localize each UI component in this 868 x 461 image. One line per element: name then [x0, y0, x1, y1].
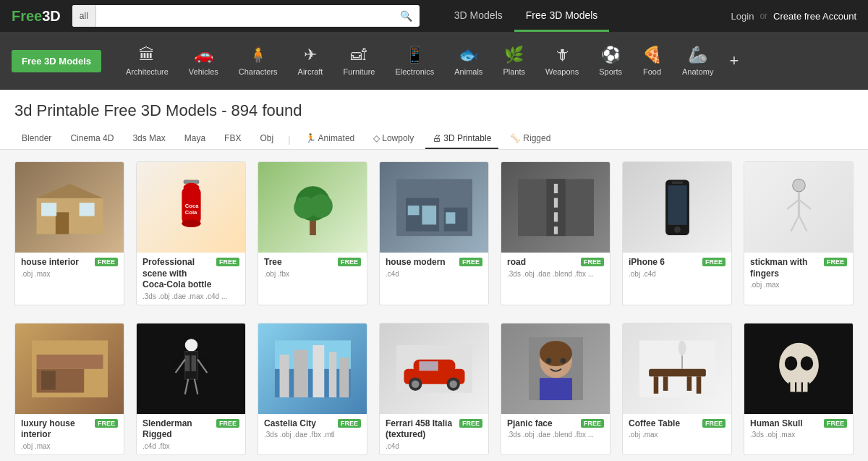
model-name-row: house modern FREE [386, 257, 482, 268]
model-name: Pjanic face [507, 418, 578, 430]
model-name-row: house interior FREE [21, 257, 118, 268]
model-info: Human Skull FREE .3ds .obj .max [744, 414, 853, 444]
model-card-cocacola[interactable]: Coca Cola Professional scene with Coca-C… [136, 161, 246, 305]
cat-animals[interactable]: 🐟 Animals [447, 46, 490, 76]
model-name-row: iPhone 6 FREE [629, 257, 726, 268]
model-card-house-modern[interactable]: house modern FREE .c4d [379, 161, 489, 305]
model-formats: .obj .max [629, 431, 726, 439]
model-card-stickman[interactable]: stickman with fingers FREE .obj .max [744, 161, 854, 305]
more-categories-button[interactable]: + [729, 51, 739, 70]
thumb-illustration [153, 337, 229, 401]
filter-cinema4d[interactable]: Cinema 4D [63, 129, 121, 149]
model-name-row: luxury house interior FREE [21, 418, 118, 441]
model-thumb: Coca Cola [137, 162, 245, 253]
svg-rect-73 [653, 376, 658, 394]
svg-rect-68 [540, 378, 572, 400]
model-name-row: Ferrari 458 Italia (textured) FREE [386, 418, 482, 441]
model-card-pjanic[interactable]: Pjanic face FREE .3ds .obj .dae .blend .… [501, 323, 610, 455]
cat-anatomy-label: Anatomy [682, 67, 713, 76]
cat-architecture[interactable]: 🏛 Architecture [119, 46, 176, 76]
food-icon: 🍕 [642, 46, 662, 64]
model-card-ferrari[interactable]: Ferrari 458 Italia (textured) FREE .c4d [379, 323, 489, 455]
svg-point-63 [449, 380, 457, 388]
svg-rect-28 [668, 185, 686, 225]
furniture-icon: 🛋 [351, 46, 367, 64]
model-card-tree[interactable]: Tree FREE .obj .fbx [258, 161, 367, 305]
cat-plants-label: Plants [503, 67, 525, 76]
top-nav: Free3D all 🔍 3D Models Free 3D Models Lo… [0, 0, 868, 32]
thumb-illustration [275, 176, 351, 240]
model-card-iphone6[interactable]: iPhone 6 FREE .obj .c4d [622, 161, 732, 305]
model-card-luxury[interactable]: luxury house interior FREE .obj .max [14, 323, 124, 455]
model-card-house-interior[interactable]: house interior FREE .obj .max [14, 161, 124, 305]
search-button[interactable]: 🔍 [393, 10, 420, 22]
anatomy-icon: 🦾 [688, 46, 707, 64]
svg-rect-23 [553, 184, 557, 193]
cat-sports[interactable]: ⚽ Sports [592, 46, 629, 76]
free-badge: FREE [338, 419, 361, 428]
cat-characters[interactable]: 🧍 Characters [231, 46, 285, 76]
model-info: Ferrari 458 Italia (textured) FREE .c4d [380, 414, 488, 454]
architecture-icon: 🏛 [139, 46, 155, 64]
model-info: Tree FREE .obj .fbx [258, 253, 367, 282]
model-grid-row1: house interior FREE .obj .max Coca Cola [14, 161, 854, 305]
model-card-road[interactable]: road FREE .3ds .obj .dae .blend .fbx ... [501, 161, 610, 305]
model-name-row: Tree FREE [264, 257, 361, 268]
svg-rect-76 [686, 376, 692, 391]
model-card-coffee-table[interactable]: Coffee Table FREE .obj .max [622, 323, 732, 455]
free3d-label[interactable]: Free 3D Models [12, 50, 101, 72]
search-scope[interactable]: all [72, 5, 96, 27]
cat-food-label: Food [643, 67, 661, 76]
svg-rect-26 [553, 227, 557, 234]
filter-3d-printable[interactable]: 🖨3D Printable [425, 129, 498, 149]
cat-anatomy[interactable]: 🦾 Anatomy [675, 46, 720, 76]
model-name-row: Coffee Table FREE [629, 418, 726, 430]
svg-rect-24 [553, 198, 557, 207]
cat-weapons[interactable]: 🗡 Weapons [538, 46, 586, 76]
login-link[interactable]: Login [731, 11, 754, 22]
nav-3d-models[interactable]: 3D Models [443, 0, 514, 32]
filter-animated[interactable]: 🏃Animated [298, 129, 362, 149]
filter-blender[interactable]: Blender [14, 129, 59, 149]
cat-food[interactable]: 🍕 Food [635, 46, 669, 76]
model-formats: .3ds .obj .dae .blend .fbx ... [507, 270, 604, 278]
create-account-button[interactable]: Create free Account [773, 11, 856, 22]
cat-furniture[interactable]: 🛋 Furniture [336, 46, 382, 76]
page-title: 3d Printable Free 3D Models - 894 found [14, 101, 854, 120]
model-card-castelia[interactable]: Castelia City FREE .3ds .obj .dae .fbx .… [258, 323, 367, 455]
model-name: iPhone 6 [629, 257, 699, 268]
model-card-slenderman[interactable]: Slenderman Rigged FREE .c4d .fbx [136, 323, 246, 455]
cat-vehicles[interactable]: 🚗 Vehicles [182, 46, 226, 76]
thumb-illustration [761, 176, 837, 240]
model-info: stickman with fingers FREE .obj .max [744, 253, 853, 293]
model-formats: .obj .max [21, 270, 118, 278]
cat-aircraft-label: Aircraft [298, 67, 323, 76]
page-header: 3d Printable Free 3D Models - 894 found … [0, 90, 868, 150]
model-card-skull[interactable]: Human Skull FREE .3ds .obj .max [744, 323, 854, 455]
svg-rect-2 [55, 212, 68, 234]
svg-line-34 [799, 200, 810, 209]
filter-3dsmax[interactable]: 3ds Max [125, 129, 172, 149]
cat-electronics[interactable]: 📱 Electronics [388, 46, 441, 76]
model-name: Ferrari 458 Italia (textured) [386, 418, 456, 441]
filter-lowpoly[interactable]: ◇Lowpoly [366, 129, 421, 149]
svg-rect-18 [407, 206, 419, 215]
model-thumb [380, 162, 488, 253]
filter-rigged[interactable]: 🦴Rigged [503, 129, 558, 149]
free-badge: FREE [459, 419, 482, 428]
nav-free-3d-models[interactable]: Free 3D Models [514, 0, 610, 32]
filter-maya[interactable]: Maya [177, 129, 213, 149]
svg-point-69 [545, 358, 551, 363]
svg-rect-74 [696, 376, 701, 394]
model-name-row: Pjanic face FREE [507, 418, 604, 430]
model-name: luxury house interior [21, 418, 92, 441]
filter-fbx[interactable]: FBX [217, 129, 248, 149]
model-formats: .3ds .obj .max [750, 431, 847, 439]
search-input[interactable] [96, 11, 393, 22]
filter-obj[interactable]: Obj [252, 129, 281, 149]
cat-plants[interactable]: 🌿 Plants [495, 46, 532, 76]
cat-aircraft[interactable]: ✈ Aircraft [291, 46, 331, 76]
svg-point-67 [540, 341, 572, 366]
free-badge: FREE [581, 258, 604, 266]
svg-point-61 [412, 380, 420, 388]
